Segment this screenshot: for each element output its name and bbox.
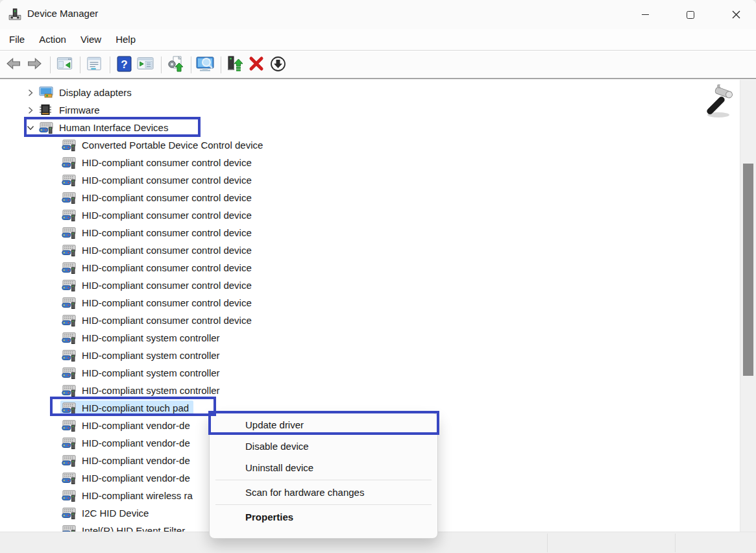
show-action-pane-button[interactable] bbox=[136, 55, 155, 75]
scan-hardware-changes-button[interactable] bbox=[165, 55, 185, 75]
tree-item-content[interactable]: HID-compliant consumer control device bbox=[62, 313, 252, 328]
tree-item-content[interactable]: HID-compliant consumer control device bbox=[62, 190, 252, 206]
scrollbar-thumb[interactable] bbox=[743, 164, 753, 376]
tree-item-label: HID-compliant vendor-de bbox=[82, 420, 190, 431]
close-button[interactable] bbox=[721, 0, 751, 29]
tree-item[interactable]: HID-compliant consumer control device bbox=[0, 206, 739, 224]
tree-item-content[interactable]: HID-compliant consumer control device bbox=[62, 173, 252, 188]
tree-item-content[interactable]: Firmware bbox=[39, 103, 100, 118]
tree-item-content[interactable]: Converted Portable Device Control device bbox=[62, 138, 263, 153]
tree-item-content[interactable]: HID-compliant vendor-de bbox=[62, 453, 190, 469]
hid-device-icon bbox=[62, 209, 77, 221]
tree-item[interactable]: HID-compliant consumer control device bbox=[0, 154, 739, 171]
show-console-tree-button[interactable] bbox=[55, 55, 74, 75]
tree-item[interactable]: Human Interface Devices bbox=[0, 119, 739, 136]
tree-item[interactable]: HID-compliant consumer control device bbox=[0, 294, 739, 312]
update-driver-tool-button[interactable] bbox=[225, 55, 245, 75]
tree-item-content[interactable]: Intel(R) HID Event Filter bbox=[62, 523, 185, 532]
tree-item-content[interactable]: HID-compliant vendor-de bbox=[62, 436, 190, 451]
menu-item-help[interactable]: Help bbox=[108, 29, 143, 51]
tree-item[interactable]: HID-compliant consumer control device bbox=[0, 259, 739, 276]
context-menu-item-update-driver[interactable]: Update driver bbox=[210, 414, 437, 436]
tree-item-content[interactable]: HID-compliant consumer control device bbox=[62, 278, 252, 293]
back-button[interactable] bbox=[3, 55, 23, 75]
strip-divider bbox=[547, 534, 548, 552]
tree-item[interactable]: HID-compliant system controller bbox=[0, 364, 739, 382]
tree-item-label: Human Interface Devices bbox=[59, 122, 168, 133]
uninstall-device-tool-button[interactable] bbox=[247, 55, 266, 75]
minimize-icon bbox=[642, 14, 649, 15]
toolbar: ? bbox=[0, 51, 756, 78]
tree-item-label: HID-compliant consumer control device bbox=[82, 157, 252, 168]
context-menu-item-scan-for-hardware-changes[interactable]: Scan for hardware changes bbox=[210, 482, 437, 503]
tree-item[interactable]: HID-compliant consumer control device bbox=[0, 241, 739, 259]
tree-item[interactable]: HID-compliant consumer control device bbox=[0, 171, 739, 189]
tree-item[interactable]: HID-compliant system controller bbox=[0, 347, 739, 364]
tree-item-content[interactable]: HID-compliant system controller bbox=[62, 348, 220, 363]
properties-window-button[interactable] bbox=[84, 55, 104, 75]
tree-item-label: HID-compliant system controller bbox=[82, 385, 220, 396]
tree-item[interactable]: HID-compliant system controller bbox=[0, 329, 739, 347]
hid-device-icon bbox=[62, 174, 77, 186]
tree-item-content[interactable]: I2C HID Device bbox=[62, 506, 149, 521]
menu-item-action[interactable]: Action bbox=[32, 29, 73, 51]
tree-item-label: HID-compliant wireless ra bbox=[82, 490, 193, 501]
tree-item-label: HID-compliant consumer control device bbox=[82, 227, 252, 238]
tree-item-content[interactable]: Human Interface Devices bbox=[39, 120, 168, 136]
context-menu-item-disable-device[interactable]: Disable device bbox=[210, 436, 437, 457]
hid-device-icon bbox=[62, 139, 77, 151]
tree-item[interactable]: HID-compliant consumer control device bbox=[0, 224, 739, 241]
hid-device-icon bbox=[62, 156, 77, 169]
tree-item-content[interactable]: HID-compliant consumer control device bbox=[62, 155, 252, 171]
tree-item-label: HID-compliant system controller bbox=[82, 367, 220, 378]
context-menu: Update driverDisable deviceUninstall dev… bbox=[209, 413, 438, 539]
tree-item[interactable]: Display adapters bbox=[0, 84, 739, 101]
forward-button[interactable] bbox=[25, 55, 44, 75]
disable-device-tool-icon bbox=[270, 56, 286, 74]
tree-item-label: HID-compliant consumer control device bbox=[82, 192, 252, 203]
tree-item[interactable]: Firmware bbox=[0, 101, 739, 119]
tree-item-content[interactable]: HID-compliant system controller bbox=[62, 365, 220, 381]
vertical-scrollbar[interactable] bbox=[740, 80, 756, 532]
tree-item-label: HID-compliant system controller bbox=[82, 332, 220, 343]
tree-item[interactable]: HID-compliant consumer control device bbox=[0, 189, 739, 206]
tree-item-content[interactable]: Display adapters bbox=[39, 85, 132, 101]
tree-item[interactable]: HID-compliant consumer control device bbox=[0, 312, 739, 329]
tree-item-content[interactable]: HID-compliant vendor-de bbox=[62, 418, 190, 434]
disable-device-tool-button[interactable] bbox=[268, 55, 287, 75]
hid-device-icon bbox=[62, 367, 77, 379]
tree-item[interactable]: HID-compliant consumer control device bbox=[0, 276, 739, 294]
tree-item-label: Intel(R) HID Event Filter bbox=[82, 525, 185, 532]
tree-item-content[interactable]: HID-compliant system controller bbox=[62, 330, 220, 346]
maximize-button[interactable] bbox=[676, 0, 705, 29]
context-menu-item-uninstall-device[interactable]: Uninstall device bbox=[210, 457, 437, 478]
chevron-right-icon[interactable] bbox=[22, 104, 39, 116]
tree-item-content[interactable]: HID-compliant consumer control device bbox=[62, 208, 252, 223]
scan-hardware-changes-icon bbox=[167, 55, 184, 74]
tree-item-content[interactable]: HID-compliant system controller bbox=[62, 383, 220, 399]
chevron-down-icon[interactable] bbox=[22, 122, 39, 133]
search-computer-button[interactable] bbox=[195, 55, 215, 75]
toolbar-separator bbox=[221, 56, 221, 73]
hid-device-icon bbox=[62, 402, 77, 414]
toolbar-separator bbox=[191, 56, 191, 73]
tree-item-content[interactable]: HID-compliant consumer control device bbox=[62, 225, 252, 241]
minimize-button[interactable] bbox=[630, 0, 660, 29]
selected-tree-item[interactable]: HID-compliant touch pad bbox=[60, 400, 193, 416]
tree-item-content[interactable]: HID-compliant wireless ra bbox=[62, 488, 193, 504]
chevron-right-icon[interactable] bbox=[22, 87, 39, 98]
tree-item[interactable]: Converted Portable Device Control device bbox=[0, 136, 739, 154]
tree-item-content[interactable]: HID-compliant consumer control device bbox=[62, 260, 252, 276]
properties-window-icon bbox=[86, 56, 103, 73]
tree-item-content[interactable]: HID-compliant consumer control device bbox=[62, 243, 252, 258]
tree-item-content[interactable]: HID-compliant consumer control device bbox=[62, 295, 252, 311]
menu-item-file[interactable]: File bbox=[2, 29, 32, 51]
tree-item-label: HID-compliant touch pad bbox=[82, 402, 189, 413]
hid-device-icon bbox=[62, 454, 77, 467]
tree-item-label: Display adapters bbox=[59, 87, 132, 98]
menu-item-view[interactable]: View bbox=[73, 29, 108, 51]
tree-item-content[interactable]: HID-compliant vendor-de bbox=[62, 471, 190, 486]
tree-item[interactable]: HID-compliant system controller bbox=[0, 382, 739, 399]
help-button[interactable]: ? bbox=[114, 55, 134, 75]
context-menu-item-properties[interactable]: Properties bbox=[210, 506, 437, 528]
